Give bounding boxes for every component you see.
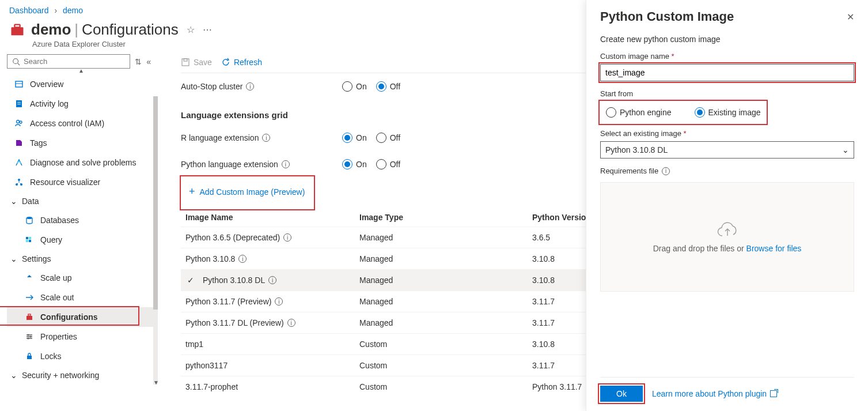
info-icon[interactable]: i <box>282 160 290 168</box>
sidebar-item-label: Scale up <box>40 273 71 282</box>
nav-icon <box>14 177 24 187</box>
svg-point-2 <box>13 58 18 63</box>
image-name: Python 3.6.5 (Deprecated) <box>185 233 280 242</box>
search-input-wrap[interactable] <box>7 54 130 69</box>
sidebar-item[interactable]: Resource visualizer <box>7 172 156 192</box>
collapse-sidebar-icon[interactable]: « <box>146 57 151 66</box>
info-icon[interactable]: i <box>238 255 247 263</box>
scroll-up-icon[interactable]: ▲ <box>7 67 156 74</box>
title-separator: | <box>74 21 78 39</box>
add-custom-image-button[interactable]: + Add Custom Image (Preview) <box>181 181 313 202</box>
info-icon[interactable]: i <box>275 297 283 306</box>
more-menu-icon[interactable]: ⋯ <box>203 24 212 35</box>
chevron-down-icon: ⌄ <box>10 371 18 380</box>
sidebar-item[interactable]: Properties <box>7 327 156 346</box>
r-ext-on[interactable]: On <box>342 133 367 143</box>
image-type: Managed <box>359 276 532 285</box>
existing-image-select[interactable]: Python 3.10.8 DL ⌄ <box>600 141 854 159</box>
chevron-down-icon: ⌄ <box>10 197 18 206</box>
info-icon[interactable]: i <box>287 319 295 327</box>
name-field-label: Custom image name <box>600 52 669 61</box>
close-icon[interactable]: ✕ <box>847 12 854 22</box>
sidebar-group[interactable]: ⌄Security + networking <box>7 366 156 384</box>
save-button[interactable]: Save <box>181 58 212 67</box>
sidebar-group[interactable]: ⌄Settings <box>7 250 156 268</box>
svg-rect-7 <box>17 102 21 103</box>
info-icon[interactable]: i <box>268 276 276 284</box>
plus-icon: + <box>189 186 195 198</box>
info-icon[interactable]: i <box>262 134 270 142</box>
page-title: demo <box>31 21 71 39</box>
sidebar-item-label: Activity log <box>30 99 69 108</box>
sidebar-item[interactable]: Scale out <box>7 288 156 307</box>
page-section: Configurations <box>82 21 179 39</box>
r-ext-off[interactable]: Off <box>376 133 400 143</box>
search-icon <box>12 58 20 66</box>
sidebar-item-label: Configurations <box>40 312 98 322</box>
svg-rect-25 <box>182 59 189 66</box>
auto-stop-off[interactable]: Off <box>376 81 400 92</box>
panel-subtitle: Create new python custom image <box>600 35 854 44</box>
image-name-input[interactable] <box>600 64 854 81</box>
nav-icon <box>24 273 35 283</box>
sidebar-group-label: Data <box>22 197 39 206</box>
dropzone-text: Drag and drop the files or <box>653 244 746 253</box>
save-label: Save <box>194 58 212 67</box>
external-link-icon <box>770 390 777 397</box>
refresh-label: Refresh <box>234 58 262 67</box>
start-from-engine[interactable]: Python engine <box>606 107 672 118</box>
breadcrumb-root[interactable]: Dashboard <box>9 6 49 15</box>
info-icon[interactable]: i <box>246 82 254 91</box>
image-name: 3.11.7-prophet <box>185 382 238 391</box>
py-ext-off[interactable]: Off <box>376 159 400 169</box>
ok-button[interactable]: Ok <box>600 386 643 402</box>
sidebar-group[interactable]: ⌄Data <box>7 192 156 210</box>
svg-rect-24 <box>27 356 32 359</box>
sidebar-item[interactable]: Diagnose and solve problems <box>7 153 156 172</box>
auto-stop-label: Auto-Stop cluster <box>181 82 242 91</box>
auto-stop-on[interactable]: On <box>342 81 367 92</box>
sidebar-item-label: Overview <box>30 80 63 89</box>
breadcrumb-current[interactable]: demo <box>63 6 83 15</box>
sidebar-item[interactable]: Overview <box>7 74 156 94</box>
svg-point-21 <box>28 334 29 336</box>
check-icon: ✓ <box>184 276 197 285</box>
sidebar-item-label: Resource visualizer <box>30 178 100 187</box>
sidebar-item[interactable]: Locks <box>7 346 156 366</box>
svg-rect-26 <box>184 59 187 61</box>
info-icon[interactable]: i <box>662 167 670 175</box>
py-ext-on[interactable]: On <box>342 159 367 169</box>
image-type: Managed <box>359 233 532 242</box>
learn-more-link[interactable]: Learn more about Python plugin <box>652 389 777 398</box>
refresh-icon <box>221 58 230 67</box>
svg-point-13 <box>18 179 20 181</box>
refresh-button[interactable]: Refresh <box>221 58 262 67</box>
svg-point-9 <box>17 120 20 123</box>
start-from-existing[interactable]: Existing image <box>695 107 761 118</box>
sidebar-item[interactable]: Scale up <box>7 268 156 288</box>
file-dropzone[interactable]: Drag and drop the files or Browse for fi… <box>600 182 854 292</box>
info-icon[interactable]: i <box>283 233 291 242</box>
sidebar-item[interactable]: Databases <box>7 210 156 230</box>
favorite-star-icon[interactable]: ☆ <box>187 24 195 35</box>
sidebar-item-label: Tags <box>30 138 47 148</box>
sidebar-item-label: Access control (IAM) <box>30 119 104 128</box>
sidebar: ⇅ « ▲ OverviewActivity logAccess control… <box>0 54 156 408</box>
save-icon <box>181 58 190 67</box>
svg-rect-8 <box>17 104 21 104</box>
svg-point-14 <box>26 217 32 219</box>
sort-icon[interactable]: ⇅ <box>135 57 142 66</box>
sidebar-item[interactable]: Tags <box>7 133 156 153</box>
search-input[interactable] <box>24 57 125 66</box>
side-panel: Python Custom Image ✕ Create new python … <box>586 0 868 411</box>
sidebar-item[interactable]: Access control (IAM) <box>7 114 156 133</box>
col-header-type[interactable]: Image Type <box>359 213 532 222</box>
col-header-name[interactable]: Image Name <box>181 213 359 222</box>
py-ext-label: Python language extension <box>181 160 278 169</box>
sidebar-item[interactable]: Activity log <box>7 94 156 114</box>
add-custom-label: Add Custom Image (Preview) <box>200 187 305 197</box>
sidebar-item[interactable]: Configurations <box>7 307 156 327</box>
browse-files-link[interactable]: Browse for files <box>746 244 802 253</box>
breadcrumb-separator: › <box>54 6 57 15</box>
sidebar-item[interactable]: Query <box>7 230 156 250</box>
